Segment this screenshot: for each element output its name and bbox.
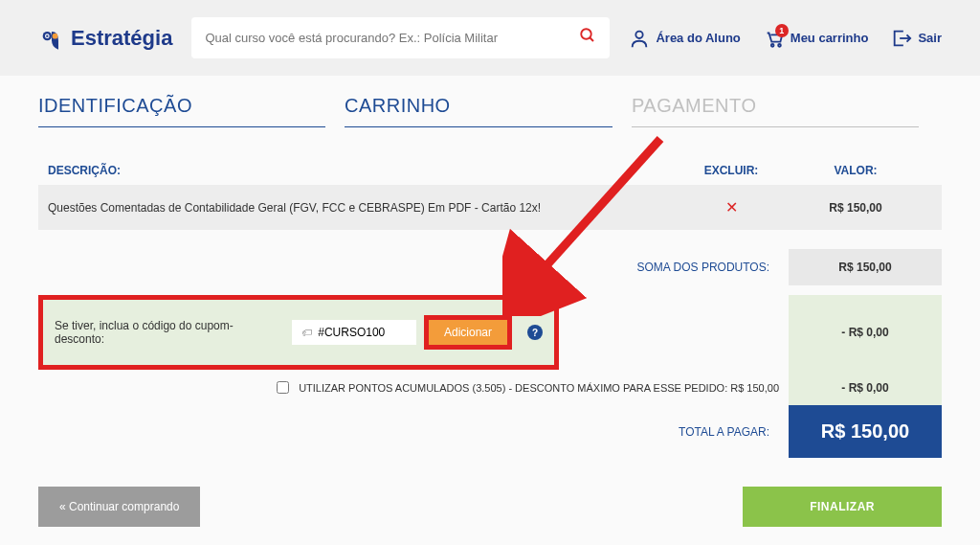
delete-button[interactable]: ✕ [725,199,738,216]
help-icon[interactable]: ? [527,325,543,340]
cart-label: Meu carrinho [791,31,869,45]
table-header: DESCRIÇÃO: EXCLUIR: VALOR: [38,156,942,185]
coupon-highlight-box: Se tiver, inclua o código do cupom-desco… [38,295,559,370]
search-container [191,17,610,58]
svg-point-7 [771,43,774,46]
user-icon [629,28,650,49]
total-label: TOTAL A PAGAR: [679,425,769,439]
step-payment: PAGAMENTO [632,95,919,127]
products-sum-label: SOMA DOS PRODUTOS: [637,261,789,274]
brand-text: Estratégia [71,26,172,51]
search-input[interactable] [205,31,579,45]
finalize-button[interactable]: FINALIZAR [743,487,942,527]
header-description: DESCRIÇÃO: [48,164,683,177]
header: Estratégia Área do Aluno [0,0,980,76]
search-icon[interactable] [579,27,596,49]
points-checkbox[interactable] [277,381,289,394]
total-value: R$ 150,00 [789,405,942,458]
svg-point-3 [53,33,58,38]
student-area-link[interactable]: Área do Aluno [629,28,740,49]
tag-icon: 🏷 [301,327,312,338]
item-value: R$ 150,00 [779,201,932,215]
svg-line-5 [590,37,594,41]
header-actions: Área do Aluno 1 Meu carrinho S [629,28,942,49]
svg-point-2 [46,34,48,36]
cart-link[interactable]: 1 Meu carrinho [764,28,869,49]
points-discount: - R$ 0,00 [789,370,942,405]
footer-buttons: « Continuar comprando FINALIZAR [38,487,942,527]
products-sum-row: SOMA DOS PRODUTOS: R$ 150,00 [38,239,942,295]
logout-link[interactable]: Sair [891,28,942,49]
logout-icon [891,28,912,49]
svg-point-4 [582,29,592,39]
owl-icon [38,25,65,52]
products-sum-value: R$ 150,00 [789,249,942,285]
header-delete: EXCLUIR: [683,164,779,177]
coupon-section: Se tiver, inclua o código do cupom-desco… [38,295,942,370]
svg-point-6 [636,31,643,37]
header-value: VALOR: [779,164,932,177]
svg-point-8 [778,43,781,46]
coupon-input-wrap: 🏷 [292,320,416,345]
add-coupon-button[interactable]: Adicionar [424,315,512,350]
logout-label: Sair [918,31,942,45]
coupon-input[interactable] [318,326,404,339]
cart-icon: 1 [764,28,785,49]
step-cart[interactable]: CARRINHO [345,95,612,127]
cart-table: DESCRIÇÃO: EXCLUIR: VALOR: Questões Come… [38,156,942,230]
student-area-label: Área do Aluno [656,31,740,45]
logo[interactable]: Estratégia [38,25,172,52]
item-description: Questões Comentadas de Contabilidade Ger… [48,201,683,215]
table-row: Questões Comentadas de Contabilidade Ger… [38,185,942,230]
continue-shopping-button[interactable]: « Continuar comprando [38,487,200,527]
cart-badge: 1 [775,24,789,37]
points-label: UTILIZAR PONTOS ACUMULADOS (3.505) - DES… [299,382,779,394]
points-row: UTILIZAR PONTOS ACUMULADOS (3.505) - DES… [38,370,942,405]
coupon-label: Se tiver, inclua o código do cupom-desco… [55,319,282,346]
total-row: TOTAL A PAGAR: R$ 150,00 [38,405,942,458]
checkout-steps: IDENTIFICAÇÃO CARRINHO PAGAMENTO [38,95,942,127]
step-identification[interactable]: IDENTIFICAÇÃO [38,95,325,127]
content: IDENTIFICAÇÃO CARRINHO PAGAMENTO DESCRIÇ… [0,76,980,545]
coupon-discount: - R$ 0,00 [789,295,942,370]
